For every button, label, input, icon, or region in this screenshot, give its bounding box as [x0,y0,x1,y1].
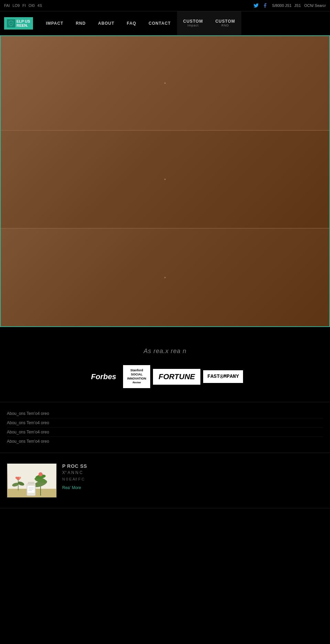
press-logo-fortune[interactable]: FORTUNE [153,369,200,385]
nav-dropdown-custom-rnd[interactable]: Custom RND [209,11,241,35]
nav-dropdown-custom-impact[interactable]: Custom Impact [177,11,209,35]
top-bar-item4: OI0 [29,3,35,8]
nav-item-rnd[interactable]: RND [69,13,92,33]
nav-item-contact[interactable]: CONTACT [142,13,177,33]
top-bar-item5: 4S [37,3,42,8]
press-title: As rea.x rea n [7,348,323,355]
about-link-4[interactable]: Abou_ons Tem'o4 oreo [7,437,323,446]
blog-read-more[interactable]: Rea' More [62,485,323,490]
hero-section-2 [1,131,329,228]
hero-container [0,35,330,327]
logo-icon [7,19,15,27]
about-links-section: Abou_ons Tem'o4 oreo Abou_ons Tem'o4 ore… [0,402,330,453]
blog-image [7,463,57,498]
top-bar: FAI LO9 FI OI0 4S S/8000 JS1 JS1 OCN/ Se… [0,0,330,11]
logo-text: ELP US REEN. [16,19,30,27]
top-bar-right: S/8000 JS1 JS1 OCN/ Searcr [253,2,326,9]
press-logo-fastcompany[interactable]: FASTⒶMPANY [203,370,243,383]
search-label[interactable]: OCN/ Searcr [304,3,326,8]
blog-description: N 0 E A/I F C [62,477,323,481]
hero-section-3 [1,228,329,326]
about-link-3[interactable]: Abou_ons Tem'o4 oreo [7,428,323,437]
svg-rect-8 [28,482,34,485]
blog-image-inner [7,464,56,497]
top-bar-item3: FI [22,3,26,8]
press-logo-stanford[interactable]: StanfordSOCIALINNOVATIONReview [123,365,150,388]
blog-title: P ROC SS [62,463,323,469]
top-bar-link1[interactable]: S/8000 JS1 [272,3,292,8]
nav-links: IMPACT RND ABOUT FAQ CONTACT Custom Impa… [40,11,326,35]
svg-point-15 [19,477,21,479]
nav-item-faq[interactable]: FAQ [121,13,143,33]
blog-image-svg [8,465,56,497]
svg-rect-9 [28,486,35,493]
hero-dot-1 [164,82,166,84]
top-bar-left: FAI LO9 FI OI0 4S [4,3,42,8]
svg-point-14 [15,477,18,479]
nav-dropdown-custom-rnd-label: Custom [215,19,235,24]
spacer [0,327,330,334]
blog-section: P ROC SS X° A N N C N 0 E A/I F C Rea' M… [0,453,330,508]
hero-section-1 [1,36,329,131]
social-icons [253,2,268,9]
navbar: ELP US REEN. IMPACT RND ABOUT FAQ CONTAC… [0,11,330,35]
top-bar-item1: FAI [4,3,10,8]
about-link-2[interactable]: Abou_ons Tem'o4 oreo [7,418,323,428]
nav-dropdown-custom-impact-sublabel: Impact [187,24,199,27]
nav-dropdown-custom-rnd-sublabel: RND [221,24,229,27]
nav-item-about[interactable]: ABOUT [92,13,120,33]
blog-subtitle: X° A N N C [62,470,323,475]
twitter-icon[interactable] [253,2,260,9]
press-section: As rea.x rea n Forbes StanfordSOCIALINNO… [0,334,330,402]
press-logo-forbes[interactable]: Forbes [86,370,122,384]
nav-dropdown-custom-impact-label: Custom [183,19,203,24]
facebook-icon[interactable] [262,2,268,9]
about-link-1[interactable]: Abou_ons Tem'o4 oreo [7,409,323,418]
press-logos: Forbes StanfordSOCIALINNOVATIONReview FO… [7,365,323,388]
hero-dot-2 [164,179,166,180]
hero-dot-3 [164,277,166,278]
svg-point-6 [38,472,43,476]
blog-content: P ROC SS X° A N N C N 0 E A/I F C Rea' M… [62,463,323,490]
top-bar-item2: LO9 [13,3,20,8]
top-bar-links: S/8000 JS1 JS1 [272,3,301,8]
logo[interactable]: ELP US REEN. [4,17,33,30]
nav-item-impact[interactable]: IMPACT [40,13,70,33]
top-bar-link2[interactable]: JS1 [294,3,301,8]
